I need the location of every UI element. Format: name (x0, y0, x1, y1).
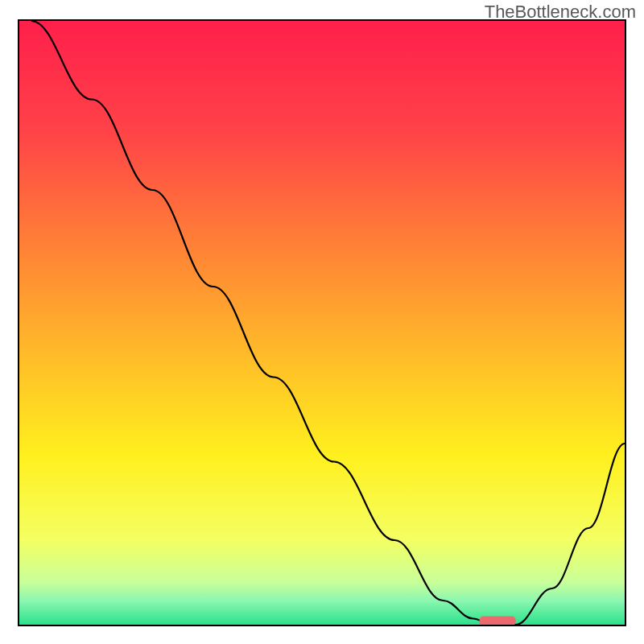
gradient-background (19, 21, 625, 625)
chart-frame: TheBottleneck.com (0, 0, 644, 644)
plot-area (18, 19, 626, 626)
chart-svg (19, 21, 625, 625)
optimal-marker (480, 617, 516, 625)
